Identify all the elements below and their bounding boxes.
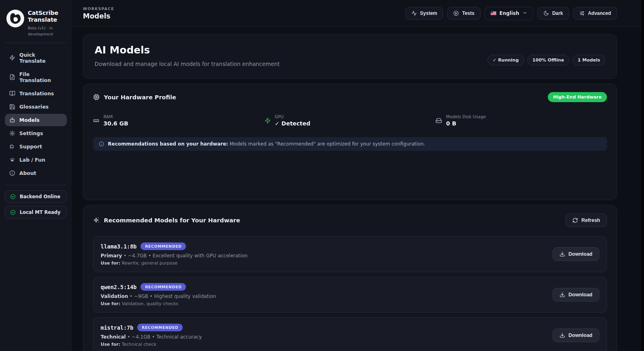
theme-toggle-button[interactable]: Dark (537, 7, 569, 20)
model-use-label: Use for: (101, 342, 120, 347)
sidebar-item-settings[interactable]: Settings (5, 127, 67, 140)
download-icon (559, 333, 565, 338)
model-use: Rewrite, general purpose (120, 261, 178, 266)
save-icon (9, 104, 15, 110)
book-open-icon (9, 90, 15, 96)
sidebar-item-label: Translations (19, 90, 54, 96)
sidebar-item-label: Settings (19, 130, 43, 136)
sidebar-item-translations[interactable]: Translations (5, 87, 67, 100)
disk-usage-value: 0 B (446, 120, 486, 127)
model-meta: • ~4.1GB • Technical accuracy (126, 334, 202, 340)
app-logo-cat-icon (6, 10, 24, 27)
refresh-icon (572, 218, 578, 223)
info-icon (9, 170, 15, 176)
sidebar-item-label: Glossaries (19, 104, 49, 110)
backend-status-label: Backend Online (20, 194, 60, 199)
main-area: WORKSPACE Models System Tests English (72, 0, 644, 351)
local-mt-status-badge: Local MT Ready (5, 206, 67, 219)
theme-toggle-label: Dark (552, 10, 563, 16)
model-role: Validation (101, 294, 128, 299)
hardware-profile-title: Your Hardware Profile (104, 94, 176, 101)
gpu-label: GPU (275, 114, 310, 119)
hardware-profile-card: Your Hardware Profile High-End Hardware … (83, 84, 617, 200)
sidebar: CatScribe Translate Beta (v1) · in devel… (0, 0, 72, 351)
robot-icon (9, 117, 15, 123)
model-name: mistral:7b (101, 324, 133, 331)
info-icon (99, 141, 104, 147)
language-select[interactable]: English (485, 7, 533, 20)
paw-icon (9, 157, 15, 163)
check-circle-icon (10, 209, 16, 215)
hardware-tier-badge: High-End Hardware (548, 92, 607, 102)
sidebar-item-label: Quick Translate (19, 52, 62, 64)
ram-label: RAM (103, 114, 128, 119)
topbar: WORKSPACE Models System Tests English (72, 0, 644, 27)
us-flag-icon (491, 10, 496, 16)
sidebar-item-about[interactable]: About (5, 167, 67, 179)
download-button-label: Download (568, 333, 592, 338)
download-button[interactable]: Download (553, 288, 599, 302)
download-button[interactable]: Download (553, 328, 599, 342)
system-button[interactable]: System (405, 7, 444, 20)
download-button-label: Download (568, 292, 592, 298)
sidebar-item-support[interactable]: Support (5, 140, 67, 153)
refresh-button[interactable]: Refresh (566, 213, 607, 227)
offline-status-badge: 100% Offline (527, 55, 570, 66)
recommendation-note-text: Models marked as "Recommended" are optim… (228, 141, 425, 147)
model-meta: • ~4.7GB • Excellent quality with GPU ac… (122, 253, 248, 259)
gpu-zap-icon (264, 117, 271, 124)
system-button-label: System (420, 10, 438, 16)
refresh-button-label: Refresh (581, 218, 600, 223)
moon-icon (543, 10, 549, 16)
tests-button-label: Tests (462, 10, 474, 16)
download-button[interactable]: Download (553, 247, 599, 261)
sidebar-item-lab-fun[interactable]: Lab / Fun (5, 154, 67, 166)
brand: CatScribe Translate Beta (v1) · in devel… (5, 6, 67, 43)
content: AI Models Download and manage local AI m… (72, 27, 644, 351)
sidebar-nav: Quick Translate File Translation Transla… (5, 49, 67, 179)
gpu-stat: GPU ✓ Detected (264, 114, 436, 127)
models-count-badge: 1 Models (572, 55, 605, 66)
scrollbar-track[interactable] (641, 0, 644, 351)
disk-usage-label: Models Disk Usage (446, 114, 486, 119)
gpu-value: ✓ Detected (275, 120, 310, 127)
page-title: Models (83, 12, 114, 20)
gear-icon (9, 130, 15, 136)
sidebar-item-label: File Translation (19, 71, 62, 83)
model-row-mistral-7b: mistral:7b RECOMMENDED Technical • ~4.1G… (93, 317, 607, 351)
check-circle-icon (10, 194, 16, 199)
model-meta: • ~9GB • Highest quality validation (128, 294, 216, 299)
model-use: Technical check (120, 342, 157, 347)
memory-icon (93, 117, 99, 124)
recommended-models-title: Recommended Models for Your Hardware (104, 217, 240, 224)
model-name: qwen2.5:14b (101, 284, 136, 290)
sidebar-divider (6, 185, 66, 185)
hard-drive-icon (436, 117, 442, 124)
activity-icon (411, 10, 417, 16)
tests-button[interactable]: Tests (447, 7, 480, 20)
sparkles-icon (93, 217, 100, 224)
recommendation-note-bold: Recommendations based on your hardware: (108, 141, 228, 147)
model-name: llama3.1:8b (101, 243, 136, 250)
model-role: Primary (101, 253, 122, 259)
sidebar-item-quick-translate[interactable]: Quick Translate (5, 49, 67, 67)
recommendation-note: Recommendations based on your hardware: … (93, 137, 607, 151)
hero-subtitle: Download and manage local AI models for … (95, 61, 280, 67)
play-circle-icon (453, 10, 459, 16)
running-status-badge: ✓ Running (487, 55, 524, 66)
advanced-button[interactable]: Advanced (573, 7, 617, 20)
sidebar-item-file-translation[interactable]: File Translation (5, 68, 67, 86)
model-use: Validation, quality checks (120, 301, 178, 306)
local-mt-status-label: Local MT Ready (20, 209, 60, 215)
sidebar-item-glossaries[interactable]: Glossaries (5, 101, 67, 113)
sidebar-item-label: Lab / Fun (19, 157, 45, 163)
advanced-button-label: Advanced (588, 10, 611, 16)
hero-title: AI Models (95, 44, 280, 56)
recommended-models-card: Recommended Models for Your Hardware Ref… (83, 205, 617, 351)
sidebar-item-models[interactable]: Models (5, 114, 67, 126)
disk-usage-stat: Models Disk Usage 0 B (436, 114, 607, 127)
model-use-label: Use for: (101, 301, 120, 306)
language-select-value: English (500, 10, 519, 16)
sidebar-item-label: Support (19, 144, 42, 150)
puzzle-icon (9, 144, 15, 150)
